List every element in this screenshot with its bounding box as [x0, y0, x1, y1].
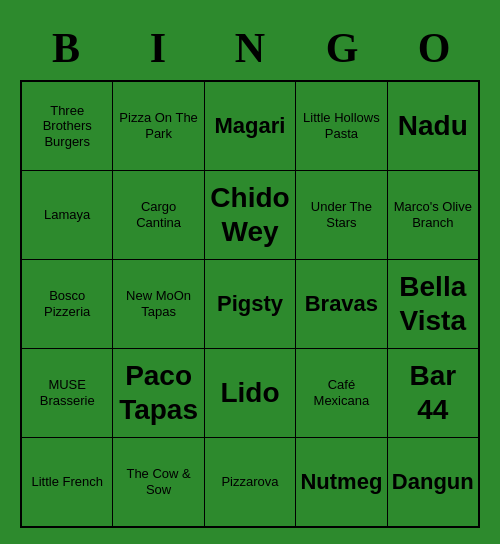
- bingo-letter-g: G: [296, 16, 388, 80]
- bingo-cell-12: Pigsty: [205, 260, 295, 348]
- bingo-cell-21: The Cow & Sow: [113, 438, 203, 526]
- cell-text-22: Pizzarova: [221, 474, 278, 490]
- bingo-cell-5: Lamaya: [22, 171, 112, 259]
- bingo-letter-i: I: [112, 16, 204, 80]
- cell-text-16: Paco Tapas: [117, 359, 199, 426]
- bingo-cell-8: Under The Stars: [296, 171, 386, 259]
- cell-text-15: MUSE Brasserie: [26, 377, 108, 408]
- bingo-cell-23: Nutmeg: [296, 438, 386, 526]
- bingo-cell-19: Bar 44: [388, 349, 478, 437]
- cell-text-14: Bella Vista: [392, 270, 474, 337]
- bingo-grid: Three Brothers BurgersPizza On The ParkM…: [20, 80, 480, 528]
- cell-text-8: Under The Stars: [300, 199, 382, 230]
- cell-text-20: Little French: [31, 474, 103, 490]
- bingo-cell-4: Nadu: [388, 82, 478, 170]
- bingo-cell-3: Little Hollows Pasta: [296, 82, 386, 170]
- bingo-cell-1: Pizza On The Park: [113, 82, 203, 170]
- bingo-letter-o: O: [388, 16, 480, 80]
- header-row: BINGO: [20, 16, 480, 80]
- cell-text-4: Nadu: [398, 109, 468, 143]
- cell-text-19: Bar 44: [392, 359, 474, 426]
- bingo-cell-18: Café Mexicana: [296, 349, 386, 437]
- cell-text-0: Three Brothers Burgers: [26, 103, 108, 150]
- cell-text-21: The Cow & Sow: [117, 466, 199, 497]
- bingo-letter-b: B: [20, 16, 112, 80]
- bingo-card: BINGO Three Brothers BurgersPizza On The…: [10, 6, 490, 538]
- cell-text-13: Bravas: [305, 291, 378, 317]
- bingo-cell-7: Chido Wey: [205, 171, 295, 259]
- cell-text-12: Pigsty: [217, 291, 283, 317]
- cell-text-23: Nutmeg: [300, 469, 382, 495]
- cell-text-24: Dangun: [392, 469, 474, 495]
- bingo-cell-9: Marco's Olive Branch: [388, 171, 478, 259]
- bingo-cell-10: Bosco Pizzeria: [22, 260, 112, 348]
- bingo-cell-11: New MoOn Tapas: [113, 260, 203, 348]
- bingo-cell-20: Little French: [22, 438, 112, 526]
- cell-text-11: New MoOn Tapas: [117, 288, 199, 319]
- bingo-cell-14: Bella Vista: [388, 260, 478, 348]
- cell-text-5: Lamaya: [44, 207, 90, 223]
- bingo-cell-6: Cargo Cantina: [113, 171, 203, 259]
- cell-text-10: Bosco Pizzeria: [26, 288, 108, 319]
- bingo-cell-13: Bravas: [296, 260, 386, 348]
- cell-text-7: Chido Wey: [209, 181, 291, 248]
- bingo-cell-22: Pizzarova: [205, 438, 295, 526]
- bingo-cell-24: Dangun: [388, 438, 478, 526]
- cell-text-1: Pizza On The Park: [117, 110, 199, 141]
- bingo-cell-2: Magari: [205, 82, 295, 170]
- cell-text-18: Café Mexicana: [300, 377, 382, 408]
- cell-text-3: Little Hollows Pasta: [300, 110, 382, 141]
- bingo-cell-0: Three Brothers Burgers: [22, 82, 112, 170]
- cell-text-17: Lido: [220, 376, 279, 410]
- bingo-cell-15: MUSE Brasserie: [22, 349, 112, 437]
- cell-text-9: Marco's Olive Branch: [392, 199, 474, 230]
- bingo-letter-n: N: [204, 16, 296, 80]
- bingo-cell-16: Paco Tapas: [113, 349, 203, 437]
- bingo-cell-17: Lido: [205, 349, 295, 437]
- cell-text-6: Cargo Cantina: [117, 199, 199, 230]
- cell-text-2: Magari: [215, 113, 286, 139]
